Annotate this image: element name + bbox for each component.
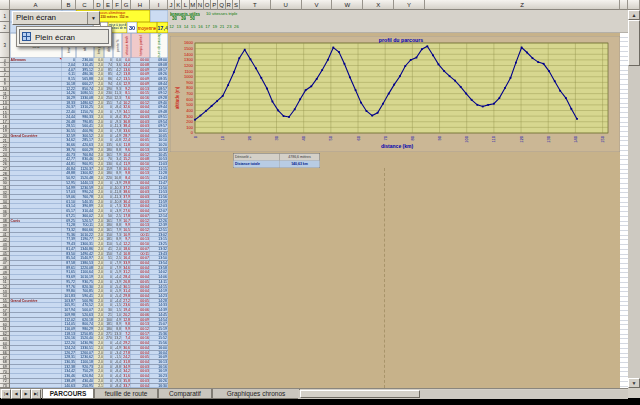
data-point-marker <box>559 90 561 92</box>
cassette-cell[interactable]: 19 <box>211 24 218 29</box>
column-header-K[interactable]: K <box>175 0 182 10</box>
column-header-D[interactable]: D <box>94 0 104 10</box>
view-selector-dropdown: Plein écran <box>16 26 112 47</box>
data-point-marker <box>449 75 451 77</box>
scroll-up-button[interactable]: ▲ <box>628 10 640 20</box>
sheet-tab-bar: |◀◀▶▶| PARCOURSfeuille de routeComparati… <box>0 388 628 398</box>
row-number-3[interactable]: 3 <box>0 33 10 58</box>
column-header-Y[interactable]: Y <box>394 0 425 10</box>
chainrings-row: 303950 <box>172 16 242 22</box>
column-header-X[interactable]: X <box>363 0 394 10</box>
cassette-cell[interactable]: 14 <box>182 24 189 29</box>
data-point-marker <box>460 86 462 88</box>
column-header-G[interactable]: G <box>122 0 131 10</box>
data-point-marker <box>576 118 578 120</box>
column-header-Z[interactable]: Z <box>425 0 620 10</box>
chainring-cell[interactable]: 50 <box>190 16 195 21</box>
column-header-T[interactable]: T <box>240 0 271 10</box>
cassette-cell[interactable]: 17 <box>204 24 211 29</box>
data-point-marker <box>532 57 534 59</box>
chevron-down-icon[interactable]: ▼ <box>87 12 99 24</box>
data-point-marker <box>498 97 500 99</box>
scroll-down-button[interactable]: ▼ <box>628 378 640 388</box>
x-tick-label: 120 <box>519 135 524 142</box>
column-header-J[interactable]: J <box>168 0 175 10</box>
column-header-L[interactable]: L <box>182 0 189 10</box>
column-header-V[interactable]: V <box>302 0 333 10</box>
row-number-2[interactable]: 2 <box>0 22 10 33</box>
x-tick-label: 100 <box>464 135 469 142</box>
empty-cells-strip <box>620 33 628 388</box>
sheet-tab-comparatif[interactable]: Comparatif <box>158 389 212 399</box>
column-header-B[interactable]: B <box>62 0 76 10</box>
cassette-cell[interactable]: 15 <box>190 24 197 29</box>
cassette-cell[interactable]: 21 <box>218 24 225 29</box>
fullscreen-view-icon <box>22 32 31 41</box>
tab-nav-button-2[interactable]: ▶ <box>21 389 31 399</box>
data-point-marker <box>570 108 572 110</box>
moyenne-label[interactable]: moyenne <box>137 22 157 33</box>
vertical-scroll-thumb[interactable] <box>628 20 640 66</box>
sheet-tab-feuille-de-route[interactable]: feuille de route <box>94 389 158 399</box>
cassette-cell[interactable]: 13 <box>175 24 182 29</box>
row-number-1[interactable]: 1 <box>0 10 10 22</box>
horizontal-scrollbar[interactable] <box>298 390 628 399</box>
column-header-F[interactable]: F <box>113 0 122 10</box>
column-title-8[interactable]: heure de passage <box>150 33 168 58</box>
column-header-U[interactable]: U <box>271 0 302 10</box>
data-point-marker <box>510 77 512 79</box>
cassette-cell[interactable]: 16 <box>197 24 204 29</box>
column-header-P[interactable]: P <box>211 0 218 10</box>
cell-30[interactable]: 30 <box>127 22 137 33</box>
column-header-E[interactable]: E <box>104 0 113 10</box>
column-header-blank[interactable] <box>620 0 628 10</box>
vertical-scrollbar[interactable]: ▲ ▼ <box>628 10 640 388</box>
column-header-M[interactable]: M <box>190 0 197 10</box>
tab-nav-button-0[interactable]: |◀ <box>1 389 11 399</box>
horizontal-scroll-thumb[interactable] <box>300 390 420 398</box>
tab-nav-button-1[interactable]: ◀ <box>11 389 21 399</box>
data-point-marker <box>521 47 523 49</box>
cassette-cell[interactable]: 12 <box>168 24 175 29</box>
column-header-N[interactable]: N <box>197 0 204 10</box>
column-title-5[interactable]: pente % <box>113 33 122 58</box>
column-title-label: pente % <box>116 39 120 52</box>
column-header-blank[interactable] <box>0 0 10 10</box>
column-title-6[interactable]: vitesse km/h <box>122 33 131 58</box>
column-header-Q[interactable]: Q <box>218 0 225 10</box>
column-header-O[interactable]: O <box>204 0 211 10</box>
data-point-marker <box>393 84 395 86</box>
moyenne-value[interactable]: 17,4 <box>157 22 168 33</box>
dropdown-item-plein-ecran[interactable]: Plein écran <box>19 29 109 44</box>
data-point-marker <box>438 63 440 65</box>
column-header-H[interactable]: H <box>131 0 150 10</box>
data-point-marker <box>493 103 495 105</box>
column-header-R[interactable]: R <box>226 0 233 10</box>
column-header-I[interactable]: I <box>150 0 168 10</box>
column-header-A[interactable]: A <box>10 0 62 10</box>
data-point-marker <box>565 97 567 99</box>
sheet-tab-parcours[interactable]: PARCOURS <box>42 389 94 399</box>
column-title-label: heure de passage <box>157 33 161 58</box>
cassette-cell[interactable]: 23 <box>226 24 233 29</box>
tab-nav-button-3[interactable]: ▶| <box>31 389 41 399</box>
column-header-C[interactable]: C <box>76 0 94 10</box>
x-tick-label: 80 <box>410 135 415 140</box>
chainring-cell[interactable]: 30 <box>172 16 177 21</box>
chart-title: profil du parcours <box>379 37 424 43</box>
sheet-tab-graphiques-chronos[interactable]: Graphiques chronos <box>212 389 300 399</box>
view-selector-combobox[interactable]: Plein écran ▼ <box>12 11 100 25</box>
data-point-marker <box>371 115 373 117</box>
dropdown-item-label: Plein écran <box>35 33 75 42</box>
column-header-W[interactable]: W <box>332 0 363 10</box>
column-title-7[interactable]: temps partiel <box>131 33 150 58</box>
cassette-cell[interactable]: 26 <box>233 24 240 29</box>
x-tick-label: 130 <box>546 135 551 142</box>
data-point-marker <box>410 59 412 61</box>
chainring-cell[interactable]: 39 <box>181 16 186 21</box>
data-point-marker <box>421 48 423 50</box>
data-point-marker <box>537 61 539 63</box>
data-point-marker <box>543 63 545 65</box>
column-header-S[interactable]: S <box>233 0 240 10</box>
cell-I1[interactable] <box>150 10 168 22</box>
